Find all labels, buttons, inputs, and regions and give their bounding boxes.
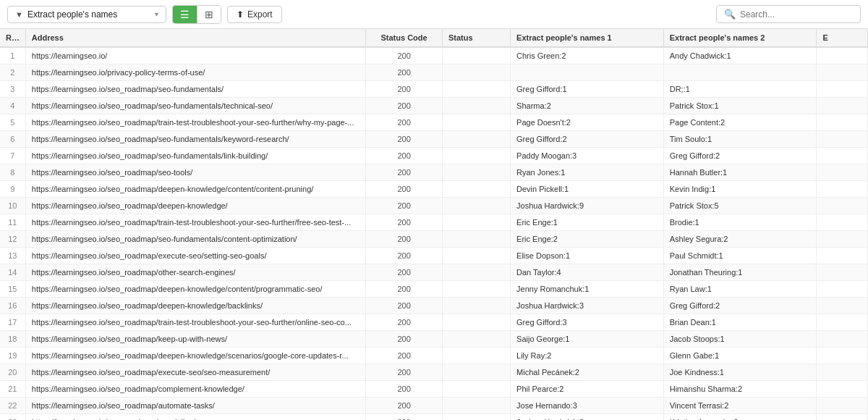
cell-address: https://learningseo.io/seo_roadmap/seo-f… — [25, 131, 365, 148]
cell-ep1: Greg Gifford:2 — [511, 131, 664, 148]
cell-ep1: Saijo George:1 — [511, 331, 664, 348]
filter-icon: ▼ — [15, 10, 23, 19]
table-body: 1https://learningseo.io/200Chris Green:2… — [0, 47, 868, 420]
cell-status — [442, 164, 510, 181]
cell-status — [442, 47, 510, 64]
cell-ep2: DR;:1 — [663, 81, 817, 98]
table-row: 14https://learningseo.io/seo_roadmap/oth… — [0, 264, 868, 281]
cell-ep1: Eric Enge:1 — [511, 214, 664, 231]
cell-ep2: Andy Chadwick:1 — [663, 47, 817, 64]
cell-ep1: Michal Pecánek:2 — [511, 364, 664, 381]
cell-ep2: Himanshu Sharma:2 — [663, 381, 817, 398]
cell-ep1: Greg Gifford:1 — [511, 81, 664, 98]
cell-address: https://learningseo.io/seo_roadmap/deepe… — [25, 181, 365, 198]
cell-ep1: Sharma:2 — [511, 98, 664, 114]
cell-status — [442, 148, 510, 164]
cell-status — [442, 398, 510, 414]
cell-row-num: 2 — [0, 64, 25, 81]
cell-address: https://learningseo.io/ — [25, 47, 365, 64]
table-row: 19https://learningseo.io/seo_roadmap/dee… — [0, 348, 868, 364]
cell-ep3 — [817, 364, 868, 381]
cell-ep2: Joe Kindness:1 — [663, 364, 817, 381]
cell-status — [442, 298, 510, 314]
cell-ep2: Jacob Stoops:1 — [663, 331, 817, 348]
cell-status — [442, 331, 510, 348]
cell-status-code: 200 — [366, 231, 443, 248]
cell-ep3 — [817, 131, 868, 148]
data-table: Row Address Status Code Status Extract p… — [0, 29, 868, 420]
cell-ep3 — [817, 248, 868, 264]
chevron-down-icon: ▾ — [155, 10, 158, 18]
cell-ep3 — [817, 164, 868, 181]
cell-row-num: 12 — [0, 231, 25, 248]
export-button[interactable]: ⬆ Export — [227, 6, 282, 23]
cell-status-code: 200 — [366, 214, 443, 231]
export-label: Export — [247, 9, 273, 20]
tree-view-button[interactable]: ⊞ — [197, 6, 221, 23]
cell-ep3 — [817, 298, 868, 314]
cell-status-code: 200 — [366, 298, 443, 314]
cell-ep2: Kristina Azarenko:2 — [663, 414, 817, 421]
cell-ep2: Hannah Butler:1 — [663, 164, 817, 181]
cell-status — [442, 314, 510, 331]
cell-status — [442, 131, 510, 148]
cell-address: https://learningseo.io/seo_roadmap/deepe… — [25, 198, 365, 214]
search-box: 🔍 — [716, 5, 861, 23]
cell-address: https://learningseo.io/seo_roadmap/keep-… — [25, 331, 365, 348]
cell-status-code: 200 — [366, 131, 443, 148]
cell-ep1: Chris Green:2 — [511, 47, 664, 64]
list-view-button[interactable]: ☰ — [173, 6, 197, 23]
toolbar: ▼ Extract people's names ▾ ☰ ⊞ ⬆ Export … — [0, 0, 868, 29]
table-row: 12https://learningseo.io/seo_roadmap/seo… — [0, 231, 868, 248]
col-header-address: Address — [25, 29, 365, 47]
cell-ep2 — [663, 64, 817, 81]
cell-status — [442, 248, 510, 264]
cell-status-code: 200 — [366, 198, 443, 214]
cell-status-code: 200 — [366, 81, 443, 98]
cell-ep2: Glenn Gabe:1 — [663, 348, 817, 364]
table-row: 7https://learningseo.io/seo_roadmap/seo-… — [0, 148, 868, 164]
cell-status-code: 200 — [366, 414, 443, 421]
col-header-row: Row — [0, 29, 25, 47]
cell-ep2: Tim Soulo:1 — [663, 131, 817, 148]
filter-dropdown[interactable]: ▼ Extract people's names ▾ — [7, 6, 166, 23]
cell-ep1: Ryan Jones:1 — [511, 164, 664, 181]
cell-ep1: Eric Enge:2 — [511, 231, 664, 248]
cell-ep3 — [817, 231, 868, 248]
cell-ep1: Joshua Hardwick:9 — [511, 198, 664, 214]
cell-ep1: Jenny Romanchuk:1 — [511, 281, 664, 298]
cell-address: https://learningseo.io/seo_roadmap/speci… — [25, 414, 365, 421]
cell-ep2: Page Content:2 — [663, 114, 817, 131]
cell-ep3 — [817, 314, 868, 331]
cell-ep2: Patrick Stox:1 — [663, 98, 817, 114]
cell-status-code: 200 — [366, 314, 443, 331]
cell-ep3 — [817, 114, 868, 131]
col-header-status-code: Status Code — [366, 29, 443, 47]
cell-status-code: 200 — [366, 114, 443, 131]
cell-status — [442, 264, 510, 281]
col-header-ep2: Extract people's names 2 — [663, 29, 817, 47]
col-header-ep3: E — [817, 29, 868, 47]
cell-ep3 — [817, 214, 868, 231]
search-icon: 🔍 — [724, 9, 736, 20]
table-row: 20https://learningseo.io/seo_roadmap/exe… — [0, 364, 868, 381]
table-row: 5https://learningseo.io/seo_roadmap/trai… — [0, 114, 868, 131]
cell-row-num: 1 — [0, 47, 25, 64]
cell-ep2: Jonathan Theuring:1 — [663, 264, 817, 281]
cell-status-code: 200 — [366, 248, 443, 264]
table-row: 1https://learningseo.io/200Chris Green:2… — [0, 47, 868, 64]
cell-address: https://learningseo.io/seo_roadmap/execu… — [25, 248, 365, 264]
cell-status — [442, 114, 510, 131]
table-row: 8https://learningseo.io/seo_roadmap/seo-… — [0, 164, 868, 181]
cell-ep1: Lily Ray:2 — [511, 348, 664, 364]
cell-row-num: 21 — [0, 381, 25, 398]
cell-ep1: Dan Taylor:4 — [511, 264, 664, 281]
search-input[interactable] — [740, 9, 853, 20]
cell-row-num: 23 — [0, 414, 25, 421]
cell-row-num: 15 — [0, 281, 25, 298]
cell-address: https://learningseo.io/seo_roadmap/train… — [25, 314, 365, 331]
cell-status-code: 200 — [366, 164, 443, 181]
cell-status-code: 200 — [366, 381, 443, 398]
table-row: 22https://learningseo.io/seo_roadmap/aut… — [0, 398, 868, 414]
cell-ep2: Vincent Terrasi:2 — [663, 398, 817, 414]
